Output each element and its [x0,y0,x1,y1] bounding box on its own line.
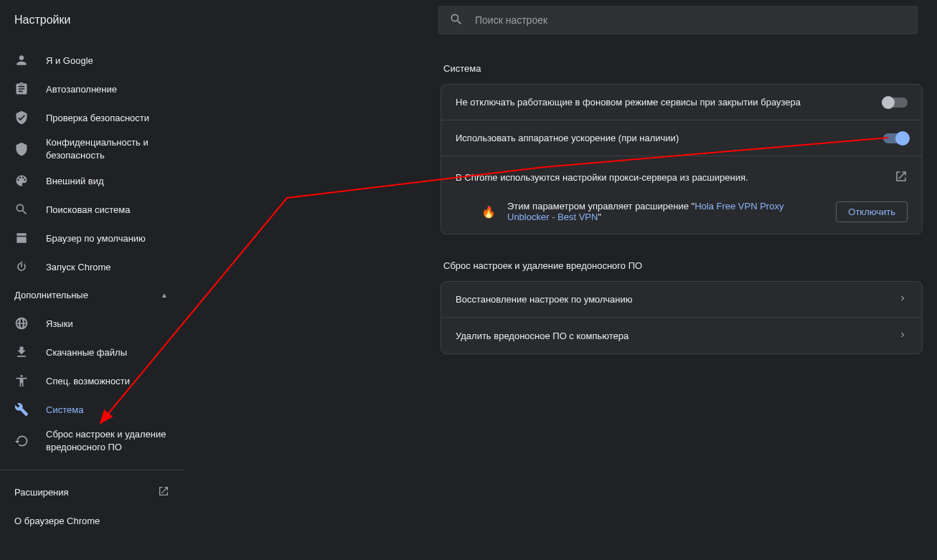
row-background-apps: Не отключать работающие в фоновом режиме… [441,85,922,120]
row-hardware-accel: Использовать аппаратное ускорение (при н… [441,120,922,156]
download-icon [14,345,29,359]
sidebar-item-label: Сброс настроек и удаление вредоносного П… [46,428,184,453]
sidebar-item-reset[interactable]: Сброс настроек и удаление вредоносного П… [0,424,184,458]
sidebar-item-label: Внешний вид [46,176,104,186]
magnify-icon [14,202,29,217]
shield-icon [14,142,29,156]
extension-notice-text: Этим параметром управляет расширение "Ho… [507,201,824,222]
advanced-label: Дополнительные [14,290,88,300]
about-label: О браузере Chrome [14,516,100,526]
extensions-label: Расширения [14,487,69,498]
sidebar-item-languages[interactable]: Языки [0,309,184,338]
row-label: Не отключать работающие в фоновом режиме… [456,97,872,108]
section-title-reset: Сброс настроек и удаление вредоносного П… [441,249,923,281]
clipboard-icon [14,82,29,96]
sidebar-item-system[interactable]: Система [0,395,184,424]
sidebar-item-privacy[interactable]: Конфиденциальность и безопасность [0,132,184,166]
open-external-icon [158,485,169,499]
search-icon [449,12,463,29]
sidebar-item-downloads[interactable]: Скачанные файлы [0,338,184,366]
system-card: Не отключать работающие в фоновом режиме… [441,84,923,234]
sidebar-item-autofill[interactable]: Автозаполнение [0,75,184,103]
sidebar-item-label: Автозаполнение [46,84,117,95]
sidebar-item-label: Я и Google [46,55,93,66]
sidebar-item-label: Система [46,404,83,415]
sidebar-item-extensions[interactable]: Расширения [0,478,184,506]
sidebar-item-accessibility[interactable]: Спец. возможности [0,366,184,395]
sidebar-item-label: Проверка безопасности [46,113,149,123]
power-icon [14,260,29,274]
sidebar-item-on-startup[interactable]: Запуск Chrome [0,252,184,281]
search-container[interactable] [438,6,918,34]
sidebar-item-search-engine[interactable]: Поисковая система [0,195,184,224]
sidebar-advanced-toggle[interactable]: Дополнительные ▲ [0,281,184,309]
search-input[interactable] [475,14,907,26]
fire-icon: 🔥 [481,205,496,219]
sidebar-item-label: Спец. возможности [46,376,130,386]
person-icon [14,53,29,67]
wrench-icon [14,402,29,417]
sidebar-item-you-and-google[interactable]: Я и Google [0,46,184,75]
toggle-background-apps[interactable] [883,98,908,108]
sidebar-item-label: Конфиденциальность и безопасность [46,136,184,161]
row-cleanup[interactable]: Удалить вредоносное ПО с компьютера [441,318,922,353]
page-title: Настройки [14,14,438,27]
reset-card: Восстановление настроек по умолчанию Уда… [441,281,923,354]
restore-icon [14,434,29,448]
chevron-up-icon: ▲ [161,291,168,299]
row-label: Удалить вредоносное ПО с компьютера [456,331,886,341]
main-content: Система Не отключать работающие в фоново… [441,52,923,369]
sidebar-item-label: Языки [46,318,73,329]
topbar: Настройки [0,0,937,40]
sidebar-item-label: Поисковая система [46,204,131,215]
section-title-system: Система [441,52,923,84]
row-label: В Chrome используются настройки прокси-с… [456,172,883,183]
sidebar: Я и Google Автозаполнение Проверка безоп… [0,40,184,560]
chevron-right-icon [898,293,908,305]
row-label: Использовать аппаратное ускорение (при н… [456,133,872,143]
sidebar-item-about[interactable]: О браузере Chrome [0,506,184,535]
row-proxy[interactable]: В Chrome используются настройки прокси-с… [441,156,922,192]
row-label: Восстановление настроек по умолчанию [456,294,886,305]
open-external-icon [895,170,908,185]
sidebar-item-label: Запуск Chrome [46,262,111,272]
shield-check-icon [14,110,29,125]
sidebar-item-label: Браузер по умолчанию [46,233,146,244]
sidebar-item-safety-check[interactable]: Проверка безопасности [0,103,184,132]
window-icon [14,231,29,245]
sidebar-item-appearance[interactable]: Внешний вид [0,166,184,195]
sidebar-item-label: Скачанные файлы [46,347,127,358]
disable-extension-button[interactable]: Отключить [836,201,908,222]
row-restore-defaults[interactable]: Восстановление настроек по умолчанию [441,282,922,318]
accessibility-icon [14,374,29,388]
sidebar-item-default-browser[interactable]: Браузер по умолчанию [0,224,184,252]
palette-icon [14,174,29,188]
row-proxy-extension-notice: 🔥 Этим параметром управляет расширение "… [441,192,922,234]
globe-icon [14,316,29,331]
toggle-hardware-accel[interactable] [883,133,908,143]
chevron-right-icon [898,330,908,342]
